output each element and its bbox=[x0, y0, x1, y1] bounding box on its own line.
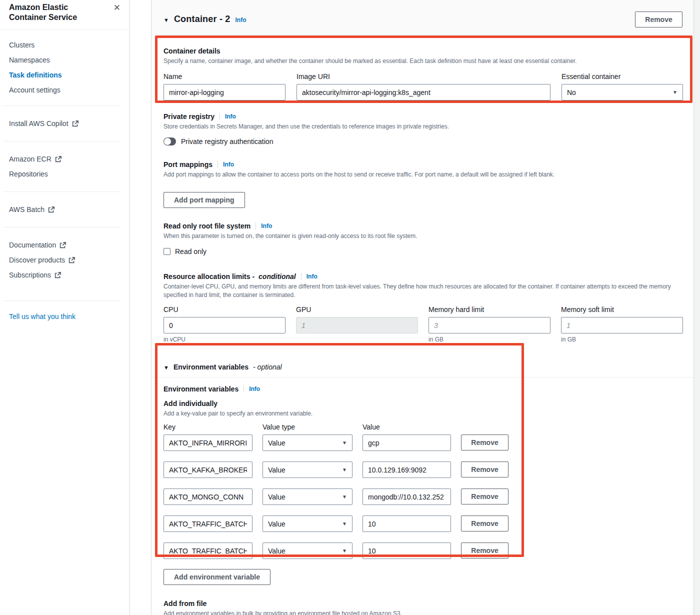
env-add-button-row: Add environment variable bbox=[164, 569, 682, 585]
sidebar-item-label: Task definitions bbox=[9, 71, 62, 79]
private-registry-toggle[interactable] bbox=[164, 138, 176, 146]
chevron-down-icon: ▼ bbox=[342, 521, 347, 526]
name-input[interactable] bbox=[164, 84, 286, 100]
memory-soft-label: Memory soft limit bbox=[561, 306, 683, 314]
feedback-link[interactable]: Tell us what you think bbox=[9, 312, 76, 320]
essential-field-group: Essential container No ▼ bbox=[562, 68, 683, 100]
cpu-input[interactable] bbox=[164, 317, 286, 334]
sidebar-item-label: Repositories bbox=[9, 170, 48, 178]
env-value-type-select[interactable]: Value ▼ bbox=[262, 542, 352, 559]
resource-limits-grid: CPU in vCPU GPU Memory hard limit in GB bbox=[164, 300, 682, 343]
sidebar-item-aws-batch[interactable]: AWS Batch bbox=[0, 202, 130, 217]
environment-variables-section-header[interactable]: ▼ Environment variables - optional bbox=[164, 363, 682, 371]
memory-hard-hint: in GB bbox=[428, 336, 550, 343]
private-registry-info-link[interactable]: Info bbox=[220, 113, 236, 120]
env-remove-button[interactable]: Remove bbox=[461, 462, 508, 478]
external-link-icon bbox=[54, 272, 61, 278]
sidebar-item-discover-products[interactable]: Discover products bbox=[0, 252, 130, 268]
env-key-input[interactable] bbox=[164, 542, 252, 559]
private-registry-section: Private registry Info Store credentials … bbox=[164, 112, 682, 146]
env-value-type-select[interactable]: Value ▼ bbox=[262, 488, 352, 505]
env-value-type-select[interactable]: Value ▼ bbox=[262, 462, 352, 478]
sidebar-item-amazon-ecr[interactable]: Amazon ECR bbox=[0, 152, 130, 166]
collapse-caret-icon[interactable]: ▼ bbox=[164, 364, 169, 370]
sidebar-item-clusters[interactable]: Clusters bbox=[0, 38, 130, 52]
env-variable-row: Value ▼ Remove bbox=[164, 434, 682, 451]
image-uri-field-group: Image URI bbox=[296, 68, 550, 100]
env-value-input[interactable] bbox=[362, 462, 451, 478]
sidebar-item-repositories[interactable]: Repositories bbox=[0, 166, 130, 182]
add-individually-subheading: Add individually bbox=[164, 400, 682, 408]
essential-container-select[interactable]: No ▼ bbox=[562, 84, 683, 100]
sidebar-item-namespaces[interactable]: Namespaces bbox=[0, 52, 130, 68]
sidebar-item-task-definitions[interactable]: Task definitions bbox=[0, 68, 130, 82]
env-value-input[interactable] bbox=[362, 516, 451, 532]
add-environment-variable-button[interactable]: Add environment variable bbox=[164, 569, 270, 585]
resource-limits-info-link[interactable]: Info bbox=[301, 273, 318, 280]
environment-variables-info-link[interactable]: Info bbox=[244, 386, 260, 392]
env-key-input[interactable] bbox=[164, 516, 252, 532]
env-value-input[interactable] bbox=[362, 542, 451, 559]
env-key-input[interactable] bbox=[164, 488, 252, 505]
resource-limits-heading: Resource allocation limits - conditional… bbox=[164, 272, 682, 280]
add-port-mapping-button[interactable]: Add port mapping bbox=[164, 192, 245, 208]
sidebar-item-label: AWS Batch bbox=[9, 206, 44, 214]
sidebar-item-account-settings[interactable]: Account settings bbox=[0, 82, 130, 98]
sidebar-item-label: Documentation bbox=[9, 241, 56, 249]
chevron-down-icon: ▼ bbox=[342, 494, 347, 500]
port-mappings-section: Port mappings Info Add port mappings to … bbox=[164, 160, 682, 208]
sidebar-footer: Tell us what you think bbox=[0, 301, 130, 332]
sidebar-group-ecr: Amazon ECR Repositories bbox=[0, 142, 130, 192]
env-remove-button[interactable]: Remove bbox=[461, 434, 508, 450]
resource-limits-description: Container-level CPU, GPU, and memory lim… bbox=[164, 282, 682, 300]
environment-variables-optional-text: - optional bbox=[253, 363, 282, 371]
heading-conditional-text: conditional bbox=[258, 272, 296, 280]
gpu-input bbox=[296, 317, 418, 334]
main-content: ▼ Container - 2 Info Remove Container de… bbox=[130, 0, 700, 615]
heading-text: Private registry bbox=[164, 112, 214, 120]
env-remove-button[interactable]: Remove bbox=[461, 516, 508, 532]
container-info-link[interactable]: Info bbox=[236, 16, 246, 24]
private-registry-toggle-row: Private registry authentication bbox=[164, 138, 682, 146]
env-value-input[interactable] bbox=[362, 434, 451, 451]
env-key-input[interactable] bbox=[164, 434, 252, 451]
select-value: No bbox=[567, 88, 576, 96]
env-value-input[interactable] bbox=[362, 488, 451, 505]
chevron-down-icon: ▼ bbox=[342, 440, 347, 446]
close-icon[interactable]: ✕ bbox=[112, 2, 122, 13]
read-only-checkbox[interactable] bbox=[164, 248, 170, 255]
port-mappings-heading: Port mappings Info bbox=[164, 160, 682, 168]
sidebar-item-label: Clusters bbox=[9, 41, 34, 49]
container-details-description: Specify a name, container image, and whe… bbox=[164, 57, 682, 66]
env-value-type-select[interactable]: Value ▼ bbox=[262, 516, 352, 532]
read-only-info-link[interactable]: Info bbox=[256, 222, 272, 230]
sidebar-item-subscriptions[interactable]: Subscriptions bbox=[0, 268, 130, 282]
gpu-field-group: GPU bbox=[296, 300, 418, 343]
env-key-input[interactable] bbox=[164, 462, 252, 478]
env-remove-button[interactable]: Remove bbox=[461, 542, 508, 558]
external-link-icon bbox=[60, 242, 66, 248]
remove-container-button[interactable]: Remove bbox=[635, 12, 682, 28]
memory-hard-input[interactable] bbox=[428, 317, 550, 334]
env-columns-header: Key Value type Value bbox=[164, 423, 682, 431]
image-uri-input[interactable] bbox=[296, 84, 550, 100]
external-link-icon bbox=[68, 257, 75, 264]
heading-text: Resource allocation limits - bbox=[164, 272, 254, 280]
read-only-checkbox-row: Read only bbox=[164, 248, 682, 256]
env-value-type-select[interactable]: Value ▼ bbox=[262, 434, 352, 451]
sidebar-group-resources: Documentation Discover products Subscrip… bbox=[0, 228, 130, 300]
scrollbar-track[interactable] bbox=[694, 0, 700, 615]
heading-text: Environment variables bbox=[164, 385, 238, 393]
sidebar-header: Amazon Elastic Container Service ✕ bbox=[0, 0, 130, 30]
page: Amazon Elastic Container Service ✕ Clust… bbox=[0, 0, 700, 615]
container-details-section: Container details Specify a name, contai… bbox=[164, 47, 682, 100]
chevron-down-icon: ▼ bbox=[342, 467, 347, 472]
sidebar-item-install-aws-copilot[interactable]: Install AWS Copilot bbox=[0, 116, 130, 131]
container-card-header-left: ▼ Container - 2 Info bbox=[164, 14, 246, 24]
env-remove-button[interactable]: Remove bbox=[461, 488, 508, 504]
collapse-caret-icon[interactable]: ▼ bbox=[164, 17, 169, 23]
port-mappings-info-link[interactable]: Info bbox=[218, 161, 234, 168]
sidebar-item-documentation[interactable]: Documentation bbox=[0, 238, 130, 252]
heading-text: Port mappings bbox=[164, 160, 212, 168]
memory-soft-input[interactable] bbox=[561, 317, 683, 334]
